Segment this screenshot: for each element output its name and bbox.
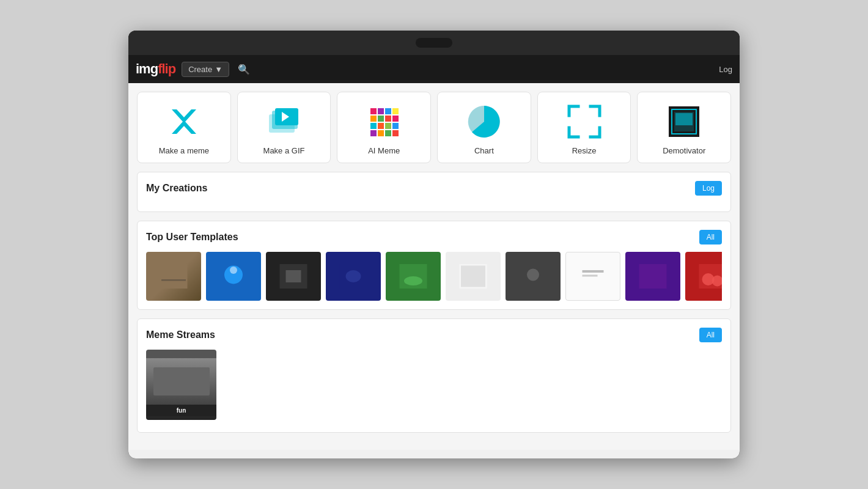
create-button[interactable]: Create ▼ [182,62,229,77]
svg-rect-15 [392,116,399,122]
make-gif-icon [265,102,304,141]
svg-rect-27 [161,279,186,281]
svg-rect-26 [160,264,188,289]
template-thumb-5[interactable] [386,252,441,301]
svg-rect-12 [378,123,384,129]
svg-rect-17 [370,130,377,136]
streams-title: Meme Streams [146,329,215,340]
svg-rect-18 [378,130,384,136]
svg-rect-10 [385,116,391,122]
streams-section: Meme Streams All fun [137,318,731,433]
svg-rect-25 [675,113,693,125]
svg-point-29 [230,267,237,274]
ai-meme-icon [364,102,403,141]
ai-meme-label: AI Meme [368,146,400,155]
logo-flip: flip [158,61,175,77]
navbar: imgflip Create ▼ 🔍 Log [128,55,740,83]
chart-icon [465,102,504,141]
tool-ai-meme[interactable]: AI Meme [337,92,431,163]
templates-section: Top User Templates All [137,221,731,310]
tool-chart[interactable]: Chart [437,92,531,163]
svg-point-35 [404,276,422,285]
svg-point-39 [527,269,539,281]
tools-row: Make a meme Make a GIF [137,92,731,163]
make-gif-label: Make a GIF [263,146,305,155]
creations-section: My Creations Log [137,172,731,212]
svg-rect-20 [392,130,399,136]
search-icon[interactable]: 🔍 [238,64,250,75]
browser-camera-notch [416,38,452,48]
main-content: Make a meme Make a GIF [128,83,740,450]
creations-login-button[interactable]: Log [695,181,722,196]
tool-resize[interactable]: Resize [537,92,631,163]
svg-rect-44 [639,264,667,289]
template-thumb-4[interactable] [326,252,381,301]
svg-rect-31 [286,270,301,282]
templates-row [146,252,722,301]
svg-rect-16 [392,123,399,129]
chart-label: Chart [474,146,494,155]
svg-rect-7 [385,108,391,114]
demotivator-label: Demotivator [663,146,705,155]
logo-img: img [136,61,158,77]
demotivator-icon [664,102,704,141]
svg-rect-19 [385,130,391,136]
stream-thumb-fun: fun [146,350,216,420]
tool-make-gif[interactable]: Make a GIF [237,92,331,163]
template-thumb-3[interactable] [266,252,321,301]
svg-point-33 [346,270,361,282]
tool-demotivator[interactable]: Demotivator [637,92,731,163]
streams-header: Meme Streams All [146,328,722,342]
resize-icon [565,102,604,141]
svg-rect-13 [385,123,391,129]
templates-title: Top User Templates [146,232,238,243]
template-thumb-2[interactable] [206,252,261,301]
browser-content: imgflip Create ▼ 🔍 Log [128,55,740,458]
svg-rect-11 [370,123,377,129]
template-thumb-9[interactable] [625,252,680,301]
streams-row: fun [146,350,722,424]
template-thumb-6[interactable] [446,252,501,301]
svg-rect-9 [378,116,384,122]
logo[interactable]: imgflip [136,61,175,77]
svg-rect-42 [583,275,598,277]
tool-make-meme[interactable]: Make a meme [137,92,231,163]
svg-rect-14 [392,108,399,114]
svg-rect-5 [370,108,377,114]
stream-item-fun[interactable]: fun [146,350,216,424]
creations-header: My Creations Log [146,181,722,196]
browser-top-bar [128,31,740,55]
template-thumb-8[interactable] [565,252,620,301]
streams-all-button[interactable]: All [699,328,722,342]
svg-rect-41 [583,270,604,273]
make-meme-label: Make a meme [159,146,209,155]
login-button[interactable]: Log [719,65,732,74]
browser-frame: imgflip Create ▼ 🔍 Log [128,31,740,458]
templates-all-button[interactable]: All [699,230,722,244]
stream-meme-bg: fun [146,350,216,420]
svg-rect-8 [370,116,377,122]
svg-rect-6 [378,108,384,114]
template-thumb-1[interactable] [146,252,201,301]
make-meme-icon [164,102,204,141]
stream-fun-label: fun [146,405,216,416]
template-thumb-7[interactable] [506,252,561,301]
svg-rect-37 [461,266,485,287]
resize-label: Resize [572,146,597,155]
template-thumb-10[interactable] [685,252,722,301]
templates-header: Top User Templates All [146,230,722,244]
creations-title: My Creations [146,183,207,194]
